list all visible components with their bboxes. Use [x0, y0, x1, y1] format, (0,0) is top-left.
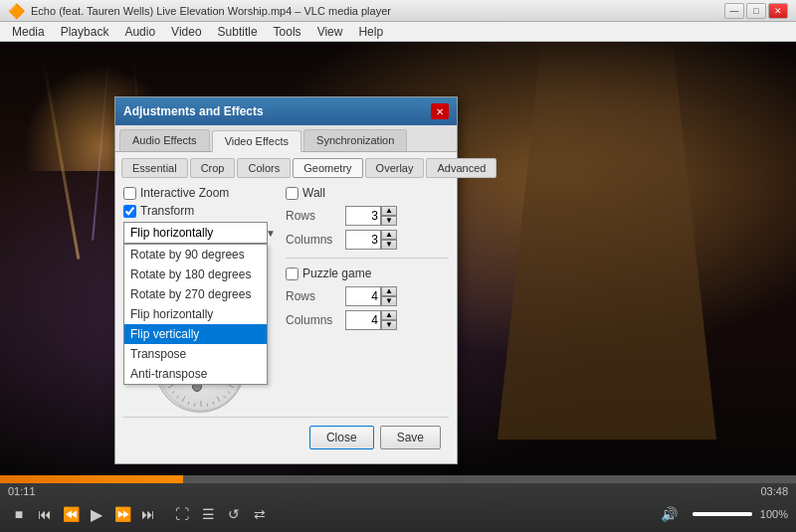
subtab-advanced[interactable]: Advanced [426, 158, 497, 178]
dropdown-item-rotate90[interactable]: Rotate by 90 degrees [124, 245, 267, 265]
play-pause-button[interactable]: ▶ [86, 503, 107, 525]
puzzle-checkbox-row: Puzzle game [286, 266, 449, 280]
transform-dropdown-container: Rotate by 90 degrees Rotate by 180 degre… [123, 222, 278, 244]
volume-icon[interactable]: 🔊 [659, 503, 681, 525]
window-close-button[interactable]: ✕ [768, 3, 788, 19]
shuffle-button[interactable]: ⇄ [249, 503, 271, 525]
menu-view[interactable]: View [309, 22, 351, 42]
wall-checkbox[interactable] [286, 187, 298, 200]
wall-section: Wall Rows ▲ ▼ [286, 186, 449, 250]
dropdown-item-transpose[interactable]: Transpose [124, 344, 267, 364]
fullscreen-button[interactable]: ⛶ [171, 503, 193, 525]
dropdown-item-flip-v[interactable]: Flip vertically [124, 324, 267, 344]
progress-fill [0, 475, 183, 483]
dialog-title: Adjustments and Effects [123, 104, 264, 118]
title-bar: 🔶 Echo (feat. Tauren Wells) Live Elevati… [0, 0, 796, 22]
prev-button[interactable]: ⏮ [34, 503, 56, 525]
transform-select[interactable]: Rotate by 90 degrees Rotate by 180 degre… [123, 222, 268, 244]
transform-label: Transform [140, 204, 194, 218]
puzzle-cols-up-button[interactable]: ▲ [381, 310, 397, 320]
volume-label: 100% [760, 508, 788, 520]
wall-rows-up-button[interactable]: ▲ [381, 206, 397, 216]
puzzle-rows-input[interactable] [345, 286, 381, 306]
subtab-geometry[interactable]: Geometry [293, 158, 362, 178]
dialog-close-button[interactable]: ✕ [431, 103, 449, 119]
subtab-crop[interactable]: Crop [190, 158, 236, 178]
puzzle-rows-label: Rows [286, 289, 345, 303]
save-button[interactable]: Save [380, 426, 441, 449]
window-title: Echo (feat. Tauren Wells) Live Elevation… [31, 5, 391, 17]
menu-media[interactable]: Media [4, 22, 53, 42]
dialog-buttons: Close Save [123, 417, 449, 457]
wall-rows-down-button[interactable]: ▼ [381, 216, 397, 226]
dialog-content: Interactive Zoom Transform Rotate by 90 … [115, 180, 457, 463]
next-button[interactable]: ⏭ [137, 503, 159, 525]
wall-checkbox-row: Wall [286, 186, 449, 200]
right-column: Wall Rows ▲ ▼ [278, 186, 449, 413]
sub-tabs: Essential Crop Colors Geometry Overlay A… [115, 152, 457, 180]
tab-audio-effects[interactable]: Audio Effects [119, 129, 210, 151]
interactive-zoom-checkbox[interactable] [123, 187, 136, 200]
dropdown-open-list: Rotate by 90 degrees Rotate by 180 degre… [123, 244, 268, 385]
settings-button[interactable]: ☰ [197, 503, 219, 525]
menu-subtitle[interactable]: Subtitle [210, 22, 266, 42]
subtab-overlay[interactable]: Overlay [365, 158, 425, 178]
menu-tools[interactable]: Tools [266, 22, 309, 42]
dialog-title-bar: Adjustments and Effects ✕ [115, 97, 457, 125]
wall-cols-spinbox: ▲ ▼ [345, 230, 397, 250]
wall-cols-down-button[interactable]: ▼ [381, 240, 397, 250]
puzzle-cols-down-button[interactable]: ▼ [381, 320, 397, 330]
tab-video-effects[interactable]: Video Effects [212, 130, 301, 152]
time-elapsed: 01:11 [8, 485, 36, 497]
puzzle-cols-input[interactable] [345, 310, 381, 330]
menu-audio[interactable]: Audio [116, 22, 163, 42]
dropdown-item-rotate270[interactable]: Rotate by 270 degrees [124, 284, 267, 304]
puzzle-section: Puzzle game Rows ▲ ▼ [286, 266, 449, 330]
minimize-button[interactable]: — [724, 3, 744, 19]
fast-forward-button[interactable]: ⏩ [111, 503, 133, 525]
puzzle-rows-down-button[interactable]: ▼ [381, 296, 397, 306]
dropdown-item-anti-transpose[interactable]: Anti-transpose [124, 364, 267, 384]
subtab-essential[interactable]: Essential [121, 158, 188, 178]
wall-cols-up-button[interactable]: ▲ [381, 230, 397, 240]
wall-rows-spin-buttons: ▲ ▼ [381, 206, 397, 226]
dropdown-item-flip-h[interactable]: Flip horizontally [124, 304, 267, 324]
menu-video[interactable]: Video [163, 22, 209, 42]
puzzle-cols-row: Columns ▲ ▼ [286, 310, 449, 330]
dropdown-item-rotate180[interactable]: Rotate by 180 degrees [124, 265, 267, 284]
wall-cols-label: Columns [286, 233, 345, 247]
puzzle-cols-label: Columns [286, 313, 345, 327]
puzzle-cols-spinbox: ▲ ▼ [345, 310, 397, 330]
stop-button[interactable]: ■ [8, 503, 30, 525]
wall-label: Wall [302, 186, 325, 200]
wall-cols-row: Columns ▲ ▼ [286, 230, 449, 250]
wall-cols-input[interactable] [345, 230, 381, 250]
tab-synchronization[interactable]: Synchronization [303, 129, 407, 151]
time-remaining: 03:48 [760, 485, 788, 497]
puzzle-rows-row: Rows ▲ ▼ [286, 286, 449, 306]
puzzle-rows-spinbox: ▲ ▼ [345, 286, 397, 306]
subtab-colors[interactable]: Colors [237, 158, 291, 178]
progress-bar[interactable] [0, 475, 796, 483]
transform-row: Transform [123, 204, 278, 218]
puzzle-rows-up-button[interactable]: ▲ [381, 286, 397, 296]
volume-fill [693, 512, 752, 516]
rewind-button[interactable]: ⏪ [60, 503, 82, 525]
menu-playback[interactable]: Playback [53, 22, 117, 42]
volume-slider[interactable] [693, 512, 752, 516]
interactive-zoom-row: Interactive Zoom [123, 186, 278, 200]
window-controls: — □ ✕ [724, 3, 788, 19]
transform-checkbox[interactable] [123, 205, 136, 218]
maximize-button[interactable]: □ [746, 3, 766, 19]
adjustments-effects-dialog: Adjustments and Effects ✕ Audio Effects … [114, 96, 458, 464]
volume-controls: 🔊 100% [659, 503, 788, 525]
menu-help[interactable]: Help [350, 22, 391, 42]
wall-rows-label: Rows [286, 209, 345, 223]
loop-button[interactable]: ↺ [223, 503, 245, 525]
extra-controls: ⛶ ☰ ↺ ⇄ [171, 503, 271, 525]
close-button[interactable]: Close [309, 426, 374, 449]
wall-rows-input[interactable] [345, 206, 381, 226]
puzzle-checkbox[interactable] [286, 267, 298, 280]
svg-line-18 [207, 403, 208, 406]
time-display: 01:11 03:48 [0, 483, 796, 499]
